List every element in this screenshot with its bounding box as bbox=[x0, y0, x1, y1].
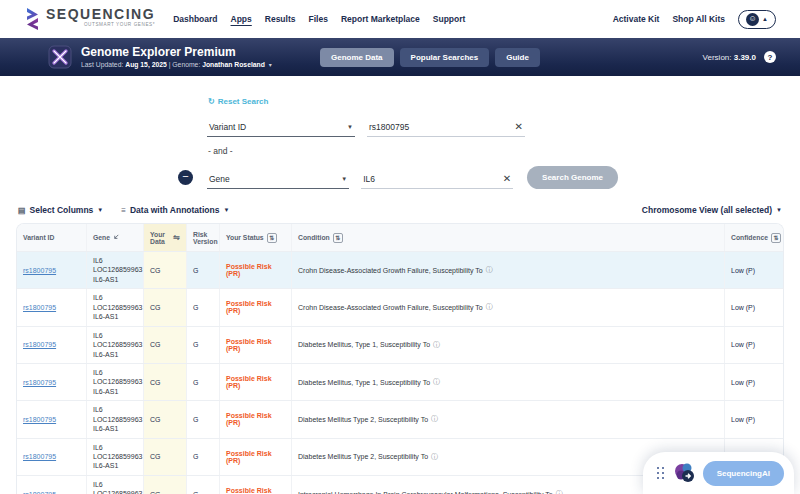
data-annotations-filter[interactable]: ≡ Data with Annotations ▼ bbox=[121, 205, 229, 215]
info-icon[interactable]: ⓘ bbox=[433, 377, 440, 387]
clear-icon[interactable]: ✕ bbox=[515, 122, 523, 132]
gene-names: IL6 LOC126859963 IL6-AS1 bbox=[93, 480, 142, 494]
condition-text: Diabetes Mellitus Type 2, Susceptibility… bbox=[298, 453, 428, 460]
shop-all-kits-link[interactable]: Shop All Kits bbox=[672, 14, 725, 24]
chevron-down-icon: ▼ bbox=[776, 207, 782, 213]
subtitle-separator: | bbox=[169, 61, 171, 68]
brand-logo[interactable]: SEQUENCING OUTSMART YOUR GENES* bbox=[24, 7, 155, 31]
confidence-value: Low (P) bbox=[725, 401, 783, 437]
col-variant-id[interactable]: Variant ID bbox=[17, 224, 87, 251]
genome-name[interactable]: Jonathan Roseland bbox=[202, 61, 265, 68]
variant-id-link[interactable]: rs1800795 bbox=[23, 379, 56, 386]
nav-dashboard[interactable]: Dashboard bbox=[173, 14, 217, 24]
gene-names: IL6 LOC126859963 IL6-AS1 bbox=[93, 405, 142, 433]
chromosome-view-selector[interactable]: Chromosome View (all selected) ▼ bbox=[642, 205, 782, 215]
col-your-data[interactable]: Your Data ⇋ bbox=[144, 224, 187, 251]
risk-version-value: G bbox=[187, 476, 220, 494]
your-status-value: Possible Risk (PR) bbox=[226, 338, 285, 352]
data-annotations-label: Data with Annotations bbox=[130, 205, 219, 215]
app-title-block: Genome Explorer Premium Last Updated: Au… bbox=[81, 46, 272, 68]
search-field-select-1[interactable]: Variant ID ▼ bbox=[207, 118, 355, 137]
risk-version-value: G bbox=[187, 289, 220, 325]
col-gene-label: Gene bbox=[93, 234, 110, 241]
variant-id-link[interactable]: rs1800795 bbox=[23, 491, 56, 494]
and-operator-label: - and - bbox=[208, 146, 618, 156]
tab-genome-data[interactable]: Genome Data bbox=[320, 48, 394, 67]
variant-id-link[interactable]: rs1800795 bbox=[23, 416, 56, 423]
your-status-value: Possible Risk (PR) bbox=[226, 263, 285, 277]
info-icon[interactable]: ⓘ bbox=[556, 489, 563, 494]
chevron-down-icon: ▼ bbox=[223, 207, 229, 213]
drag-handle-icon[interactable] bbox=[657, 467, 665, 480]
variant-id-link[interactable]: rs1800795 bbox=[23, 267, 56, 274]
variant-id-link[interactable]: rs1800795 bbox=[23, 341, 56, 348]
info-icon[interactable]: ⓘ bbox=[431, 452, 438, 462]
col-risk-version[interactable]: Risk Version bbox=[187, 224, 220, 251]
col-condition[interactable]: Condition ⇅ bbox=[292, 224, 725, 251]
table-header-row: Variant ID Gene Your Data ⇋ Risk Version… bbox=[17, 224, 783, 251]
select-columns-button[interactable]: ▤ Select Columns ▼ bbox=[18, 205, 103, 215]
condition-text: Diabetes Mellitus, Type 1, Susceptibilit… bbox=[298, 379, 430, 386]
nav-files[interactable]: Files bbox=[309, 14, 328, 24]
search-field-value-2: Gene bbox=[209, 174, 230, 184]
your-data-value: CG bbox=[144, 401, 187, 437]
table-row: rs1800795 IL6 LOC126859963 IL6-AS1 CG G … bbox=[17, 400, 783, 437]
activate-kit-link[interactable]: Activate Kit bbox=[613, 14, 660, 24]
nav-results[interactable]: Results bbox=[265, 14, 296, 24]
nav-apps[interactable]: Apps bbox=[231, 14, 252, 24]
refresh-icon: ↻ bbox=[208, 97, 215, 106]
chevron-down-icon[interactable]: ▾ bbox=[269, 62, 272, 68]
col-gene[interactable]: Gene bbox=[87, 224, 144, 251]
gene-names: IL6 LOC126859963 IL6-AS1 bbox=[93, 293, 142, 321]
condition-text: Diabetes Mellitus Type 2, Susceptibility… bbox=[298, 416, 428, 423]
confidence-value: Low (P) bbox=[725, 327, 783, 363]
ai-brain-icon bbox=[673, 462, 695, 484]
sequencing-ai-button[interactable]: SequencingAI bbox=[703, 461, 784, 486]
your-data-value: CG bbox=[144, 289, 187, 325]
select-columns-label: Select Columns bbox=[30, 205, 94, 215]
search-input-value-2: IL6 bbox=[363, 174, 375, 184]
your-data-value: CG bbox=[144, 439, 187, 475]
search-field-select-2[interactable]: Gene ▼ bbox=[207, 170, 349, 189]
chevron-down-icon: ▼ bbox=[347, 124, 353, 130]
clear-icon[interactable]: ✕ bbox=[503, 174, 511, 184]
tab-popular-searches[interactable]: Popular Searches bbox=[400, 48, 490, 67]
info-icon[interactable]: ⓘ bbox=[486, 265, 493, 275]
columns-icon: ▤ bbox=[18, 206, 26, 215]
sort-icon[interactable]: ⇅ bbox=[267, 233, 277, 243]
gene-names: IL6 LOC126859963 IL6-AS1 bbox=[93, 331, 142, 359]
condition-text: Intracranial Hemorrhage In Brain Cerebro… bbox=[298, 491, 553, 494]
col-your-data-label: Your Data bbox=[150, 231, 170, 245]
your-data-value: CG bbox=[144, 252, 187, 288]
info-icon[interactable]: ⓘ bbox=[431, 414, 438, 424]
table-row: rs1800795 IL6 LOC126859963 IL6-AS1 CG G … bbox=[17, 363, 783, 400]
search-input-value-1: rs1800795 bbox=[369, 122, 409, 132]
confidence-value: Low (P) bbox=[725, 252, 783, 288]
remove-criteria-button[interactable]: − bbox=[178, 170, 193, 185]
col-confidence[interactable]: Confidence ⇅ bbox=[725, 224, 783, 251]
tab-guide[interactable]: Guide bbox=[495, 48, 540, 67]
variant-id-link[interactable]: rs1800795 bbox=[23, 453, 56, 460]
search-input-1[interactable]: rs1800795 ✕ bbox=[367, 118, 525, 137]
sort-icon[interactable]: ⇅ bbox=[333, 233, 343, 243]
info-icon[interactable]: ⓘ bbox=[486, 302, 493, 312]
col-confidence-label: Confidence bbox=[731, 234, 768, 241]
sort-arrow-icon bbox=[113, 234, 120, 241]
nav-support[interactable]: Support bbox=[433, 14, 466, 24]
app-header: Genome Explorer Premium Last Updated: Au… bbox=[0, 38, 800, 76]
your-status-value: Possible Risk (PR) bbox=[226, 375, 285, 389]
chevron-down-icon: ▼ bbox=[341, 176, 347, 182]
info-icon[interactable]: ⓘ bbox=[433, 340, 440, 350]
version-text: Version: 3.39.0 bbox=[703, 53, 756, 62]
account-menu[interactable]: ☺ ▲ bbox=[738, 10, 776, 29]
top-navigation: SEQUENCING OUTSMART YOUR GENES* Dashboar… bbox=[0, 0, 800, 38]
help-icon[interactable]: ? bbox=[764, 51, 776, 63]
search-input-2[interactable]: IL6 ✕ bbox=[361, 170, 513, 189]
sort-icon[interactable]: ⇅ bbox=[771, 233, 781, 243]
nav-report-marketplace[interactable]: Report Marketplace bbox=[341, 14, 420, 24]
variant-id-link[interactable]: rs1800795 bbox=[23, 304, 56, 311]
search-genome-button[interactable]: Search Genome bbox=[527, 166, 618, 189]
reset-search-button[interactable]: ↻ Reset Search bbox=[208, 97, 268, 106]
version-label: Version: bbox=[703, 53, 732, 62]
col-your-status[interactable]: Your Status ⇅ bbox=[220, 224, 292, 251]
